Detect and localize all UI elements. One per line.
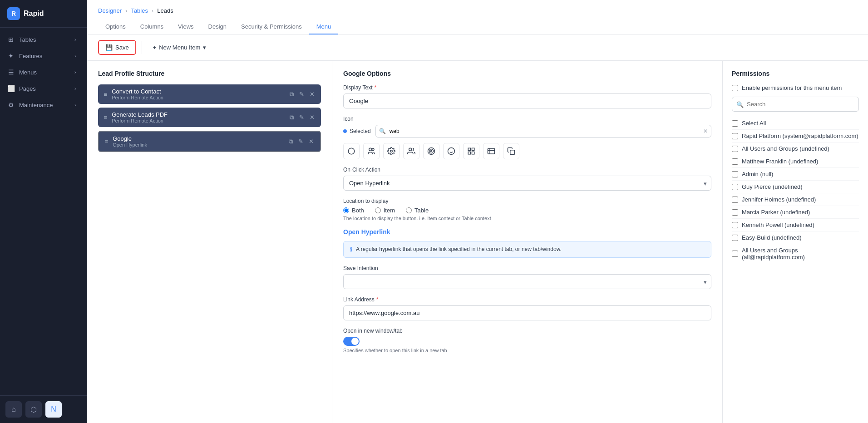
permission-item-jennifer: Jennifer Holmes (undefined) xyxy=(732,193,859,206)
permission-label-easy-build: Easy-Build (undefined) xyxy=(742,234,802,241)
radio-both[interactable]: Both xyxy=(343,207,364,214)
delete-button-leads-pdf[interactable]: ✕ xyxy=(309,113,316,122)
sidebar: R Rapid ⊞ Tables › ✦ Features › ☰ Menus … xyxy=(0,0,87,423)
menu-item-sub-leads-pdf: Perform Remote Action xyxy=(112,118,284,123)
radio-table-input[interactable] xyxy=(406,207,412,213)
tab-menu[interactable]: Menu xyxy=(309,20,339,34)
breadcrumb-tables[interactable]: Tables xyxy=(131,7,148,14)
permission-label-jennifer: Jennifer Holmes (undefined) xyxy=(742,196,816,203)
chevron-right-icon: › xyxy=(74,54,80,59)
plus-icon: + xyxy=(153,44,157,51)
enable-permissions-row: Enable permissions for this menu item xyxy=(732,84,859,91)
icon-btn-grid[interactable] xyxy=(463,143,479,159)
permission-checkbox-kenneth[interactable] xyxy=(732,222,738,228)
save-button[interactable]: 💾 Save xyxy=(98,40,136,55)
info-box: ℹ A regular hyperlink that opens the lin… xyxy=(343,241,711,258)
permission-checkbox-guy[interactable] xyxy=(732,184,738,190)
permission-checkbox-easy-build[interactable] xyxy=(732,235,738,241)
sidebar-item-pages[interactable]: ⬜ Pages › xyxy=(0,80,87,97)
sidebar-item-features[interactable]: ✦ Features › xyxy=(0,48,87,64)
open-new-window-toggle[interactable] xyxy=(343,337,360,346)
select-all-label: Select All xyxy=(742,120,766,127)
copy-button-leads-pdf[interactable]: ⧉ xyxy=(289,113,295,122)
sidebar-item-menus[interactable]: ☰ Menus › xyxy=(0,64,87,80)
sidebar-item-tables[interactable]: ⊞ Tables › xyxy=(0,31,87,48)
sidebar-item-label-pages: Pages xyxy=(19,85,36,92)
home-button[interactable]: ⌂ xyxy=(5,401,22,418)
onclick-action-select-wrapper: Open Hyperlink Perform Remote Action Nav… xyxy=(343,176,711,191)
svg-point-1 xyxy=(369,148,372,151)
tab-views[interactable]: Views xyxy=(171,20,201,34)
save-intention-select[interactable] xyxy=(343,274,711,289)
permission-checkbox-admin[interactable] xyxy=(732,171,738,177)
location-radio-group: Both Item Table xyxy=(343,207,711,214)
flow-button[interactable]: ⬡ xyxy=(25,401,42,418)
permission-checkbox-jennifer[interactable] xyxy=(732,197,738,203)
radio-item[interactable]: Item xyxy=(375,207,395,214)
drag-handle-icon[interactable]: ≡ xyxy=(104,138,108,145)
menu-item-actions-leads-pdf: ⧉ ✎ ✕ xyxy=(289,113,316,122)
sidebar-item-label-tables: Tables xyxy=(19,36,36,43)
svg-point-3 xyxy=(390,150,393,152)
display-text-input[interactable] xyxy=(343,93,711,108)
search-permissions-icon: 🔍 xyxy=(736,101,744,108)
tab-columns[interactable]: Columns xyxy=(133,20,171,34)
permission-checkbox-all-users-2[interactable] xyxy=(732,251,738,257)
permission-item-all-users-1: All Users and Groups (undefined) xyxy=(732,143,859,155)
icon-search-input[interactable] xyxy=(375,125,711,138)
permission-checkbox-rapid[interactable] xyxy=(732,133,738,139)
select-all-checkbox[interactable] xyxy=(732,120,738,127)
radio-item-input[interactable] xyxy=(375,207,381,213)
tab-options[interactable]: Options xyxy=(98,20,133,34)
delete-button-convert[interactable]: ✕ xyxy=(309,90,316,98)
icon-btn-copy[interactable] xyxy=(503,143,519,159)
copy-button-google[interactable]: ⧉ xyxy=(288,137,294,146)
search-permissions-input[interactable] xyxy=(732,97,859,112)
search-icon: 🔍 xyxy=(379,128,386,134)
drag-handle-icon[interactable]: ≡ xyxy=(104,114,107,121)
sidebar-bottom: ⌂ ⬡ N xyxy=(0,395,87,423)
menu-item-sub-google: Open Hyperlink xyxy=(113,142,283,148)
edit-button-google[interactable]: ✎ xyxy=(297,137,304,146)
icon-btn-target[interactable] xyxy=(423,143,439,159)
selected-indicator xyxy=(343,129,347,133)
radio-table[interactable]: Table xyxy=(406,207,429,214)
save-intention-group: Save Intention xyxy=(343,265,711,289)
icon-btn-circle[interactable] xyxy=(343,143,360,159)
tab-design[interactable]: Design xyxy=(201,20,234,34)
delete-button-google[interactable]: ✕ xyxy=(308,137,315,146)
icon-btn-table[interactable] xyxy=(483,143,499,159)
permission-checkbox-matthew[interactable] xyxy=(732,158,738,165)
rapid-button[interactable]: N xyxy=(45,401,62,418)
icon-btn-smile[interactable] xyxy=(443,143,459,159)
permission-label-marcia: Marcia Parker (undefined) xyxy=(742,209,810,216)
menu-item-convert: ≡ Convert to Contact Perform Remote Acti… xyxy=(98,84,321,104)
icon-btn-group[interactable] xyxy=(403,143,419,159)
menu-item-actions-google: ⧉ ✎ ✕ xyxy=(288,137,315,146)
tab-security[interactable]: Security & Permissions xyxy=(234,20,309,34)
edit-button-convert[interactable]: ✎ xyxy=(298,90,305,98)
icon-btn-settings[interactable] xyxy=(383,143,399,159)
icon-btn-users[interactable] xyxy=(363,143,380,159)
permission-checkbox-marcia[interactable] xyxy=(732,209,738,216)
enable-permissions-checkbox[interactable] xyxy=(732,85,738,91)
toolbar-divider xyxy=(142,41,142,54)
permission-label-guy: Guy Pierce (undefined) xyxy=(742,183,803,190)
new-menu-item-button[interactable]: + New Menu Item ▾ xyxy=(148,41,212,54)
icon-clear-button[interactable]: ✕ xyxy=(703,128,708,134)
chevron-right-icon: › xyxy=(74,70,80,75)
breadcrumb-designer[interactable]: Designer xyxy=(98,7,122,14)
onclick-action-select[interactable]: Open Hyperlink Perform Remote Action Nav… xyxy=(343,176,711,191)
link-address-input[interactable] xyxy=(343,305,711,320)
copy-button-convert[interactable]: ⧉ xyxy=(289,90,295,99)
required-asterisk: * xyxy=(374,84,376,91)
link-address-label: Link Address * xyxy=(343,296,711,303)
svg-rect-14 xyxy=(468,152,470,154)
chevron-right-icon: › xyxy=(74,103,80,108)
permission-checkbox-all-users-1[interactable] xyxy=(732,146,738,152)
svg-rect-15 xyxy=(488,148,495,154)
sidebar-item-maintenance[interactable]: ⚙ Maintenance › xyxy=(0,97,87,113)
drag-handle-icon[interactable]: ≡ xyxy=(104,91,107,98)
edit-button-leads-pdf[interactable]: ✎ xyxy=(298,113,305,122)
radio-both-input[interactable] xyxy=(343,207,349,213)
